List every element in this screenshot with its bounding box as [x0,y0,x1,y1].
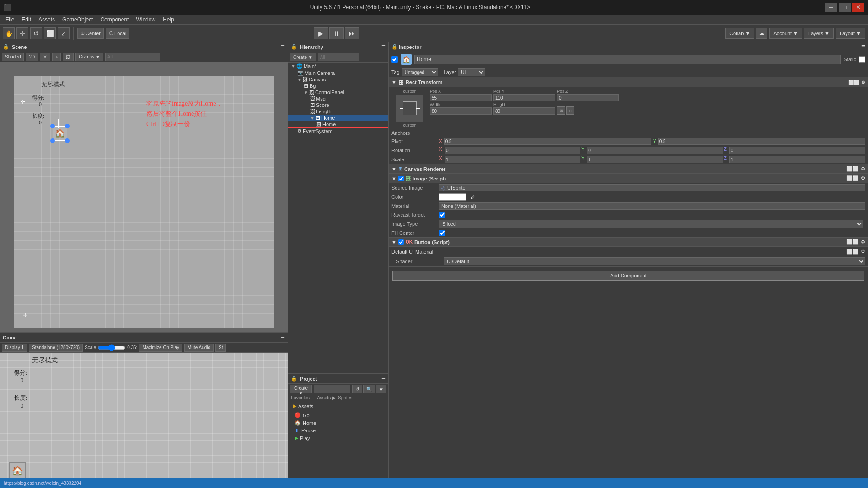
tag-dropdown[interactable]: Untagged [402,68,438,76]
blueprint-btn[interactable]: ⊞ [557,106,565,115]
button-enabled[interactable] [398,239,404,245]
pos-x-input[interactable] [430,94,492,101]
object-name-input[interactable] [414,55,841,64]
rot-z-input[interactable] [729,147,865,154]
object-active-checkbox[interactable] [391,56,398,63]
pos-y-input[interactable] [493,94,555,101]
cloud-button[interactable]: ☁ [756,28,767,39]
maximize-on-play[interactable]: Maximize On Play [139,344,182,352]
scale-tool[interactable]: ⬜ [44,27,56,39]
canvas-renderer-copy[interactable]: ⬜⬜ [846,166,859,172]
hierarchy-item-controlpanel[interactable]: ▼ 🖼 ControlPanel [288,89,388,95]
breadcrumb-assets[interactable]: Assets [317,395,331,400]
hierarchy-item-main-camera[interactable]: 📷 Main Camera [288,69,388,76]
account-dropdown[interactable]: Account ▼ [769,28,802,39]
canvas-renderer-header[interactable]: ▼ ⊞ Canvas Renderer ⬜⬜ ⚙ [389,164,868,174]
canvas-renderer-settings[interactable]: ⚙ [861,166,865,172]
hand-tool[interactable]: ✋ [3,27,15,39]
play-button[interactable]: ▶ [314,27,328,39]
gizmos-dropdown[interactable]: Gizmos ▼ [75,53,103,61]
hierarchy-item-msg[interactable]: 🖼 Msg [288,95,388,102]
rot-y-input[interactable] [587,147,723,154]
hierarchy-item-main[interactable]: ▼ 🌐 Main* [288,63,388,69]
hierarchy-item-home-parent[interactable]: ▼ 🖼 Home [288,115,388,121]
hierarchy-item-bg[interactable]: 🖼 Bg [288,83,388,89]
menu-edit[interactable]: Edit [18,16,35,24]
rect-transform-copy[interactable]: ⬜⬜ [848,80,859,85]
rect-transform-header[interactable]: ▼ ⊞ Rect Transform ⬜⬜ ⚙ [389,77,868,87]
2d-button[interactable]: 2D [26,53,38,61]
raycast-checkbox[interactable] [439,212,445,218]
fx-button[interactable]: 🖼 [63,53,74,61]
static-checkbox[interactable] [859,56,865,63]
pivot-x-input[interactable] [444,138,651,145]
hierarchy-panel-menu[interactable]: ☰ [381,44,386,49]
pivot-y-input[interactable] [658,138,865,145]
layer-dropdown[interactable]: UI [458,68,485,76]
menu-help[interactable]: Help [159,16,178,24]
r-btn[interactable]: R [566,106,574,115]
rotate-tool[interactable]: ↺ [30,27,42,39]
hierarchy-item-home-child[interactable]: 🖼 Home [288,121,388,127]
project-item-home[interactable]: 🏠 Home [292,419,388,427]
image-script-settings[interactable]: ⚙ [861,175,865,181]
anchor-diagram[interactable] [396,95,423,122]
project-item-pause[interactable]: ⏸ Pause [292,427,388,434]
source-image-field[interactable]: ◎ UISprite [439,184,865,191]
rect-transform-settings[interactable]: ⚙ [861,80,865,85]
hierarchy-item-canvas[interactable]: ▼ 🖼 Canvas [288,76,388,83]
game-panel-menu[interactable]: ☰ [281,335,285,340]
mute-audio[interactable]: Mute Audio [184,344,214,352]
scale-y-input[interactable] [587,156,723,163]
color-swatch[interactable] [439,193,466,201]
game-canvas[interactable]: 无尽模式 得分: 0 长度: 0 🏠 [0,353,288,488]
hierarchy-item-length[interactable]: 🖼 Length [288,108,388,115]
scene-search-input[interactable] [105,53,160,61]
scale-x-input[interactable] [445,156,580,163]
project-item-go[interactable]: 🔴 Go [292,411,388,419]
scale-z-input[interactable] [729,156,865,163]
image-script-enabled[interactable] [398,176,404,181]
height-input[interactable] [493,107,555,115]
pause-button[interactable]: ⏸ [329,27,344,39]
button-settings[interactable]: ⚙ [861,239,865,245]
shader-dropdown[interactable]: UI/Default [444,257,865,265]
image-script-copy[interactable]: ⬜⬜ [846,175,859,181]
lighting-button[interactable]: ☀ [40,53,50,61]
stats-button[interactable]: St [215,344,226,352]
menu-assets[interactable]: Assets [35,16,59,24]
center-button[interactable]: ⊙ Center [77,28,104,39]
rot-x-input[interactable] [445,147,580,154]
minimize-button[interactable]: ─ [825,3,837,12]
close-button[interactable]: ✕ [852,3,864,12]
color-eyedropper[interactable]: 🖊 [470,194,476,200]
menu-window[interactable]: Window [132,16,159,24]
hierarchy-item-eventsystem[interactable]: ⚙ EventSystem [288,127,388,134]
breadcrumb-sprites[interactable]: Sprites [338,395,352,400]
project-filter-btn[interactable]: 🔍 [363,385,375,393]
default-ui-copy[interactable]: ⬜⬜ [846,249,859,255]
game-tab[interactable]: Game [3,335,17,340]
rect-tool[interactable]: ⤢ [58,27,70,39]
button-script-header[interactable]: ▼ OK Button (Script) ⬜⬜ ⚙ [389,238,868,247]
project-item-assets[interactable]: ▶ Assets [290,402,386,410]
layers-dropdown[interactable]: Layers ▼ [804,28,834,39]
hierarchy-search-input[interactable] [318,53,359,61]
button-copy[interactable]: ⬜⬜ [846,239,859,245]
project-search-input[interactable] [314,385,350,393]
project-star-btn[interactable]: ★ [376,385,386,393]
project-refresh-btn[interactable]: ↺ [352,385,362,393]
hierarchy-create-btn[interactable]: Create ▼ [290,53,316,61]
pos-z-input[interactable] [557,94,619,101]
scene-canvas[interactable]: 无尽模式 得分: 0 长度: 0 🏠 [0,62,288,332]
project-create-btn[interactable]: Create ▼ [290,385,312,393]
image-script-header[interactable]: ▼ 🖼 Image (Script) ⬜⬜ ⚙ [389,174,868,183]
inspector-menu[interactable]: ☰ [861,44,865,49]
maximize-button[interactable]: □ [839,3,851,12]
image-type-dropdown[interactable]: Sliced [439,220,863,228]
width-input[interactable] [430,107,492,115]
menu-component[interactable]: Component [96,16,132,24]
resolution-dropdown[interactable]: Standalone (1280x720) [29,344,83,352]
fill-center-checkbox[interactable] [439,230,445,236]
shading-mode-dropdown[interactable]: Shaded [2,53,24,61]
